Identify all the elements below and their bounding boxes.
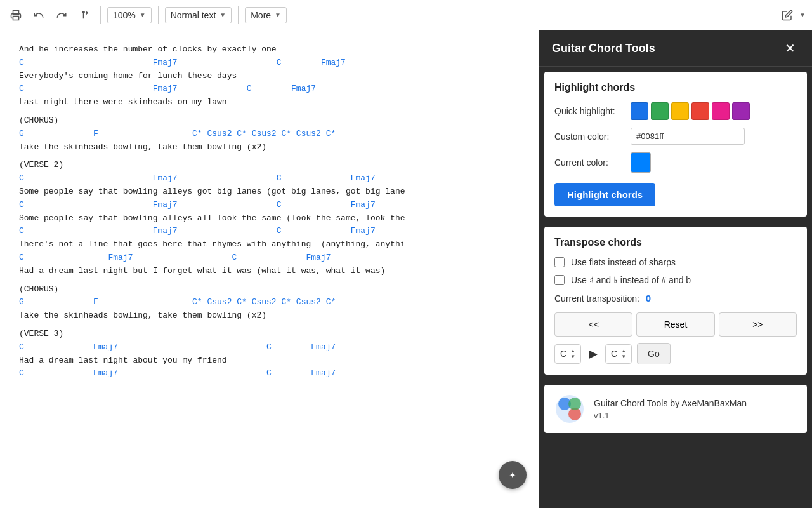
document-line: And he increases the number of clocks by… (19, 43, 520, 57)
transposition-value: 0 (646, 293, 651, 304)
document-line: C Fmaj7 C Fmaj7 (19, 251, 520, 265)
color-swatches (631, 102, 750, 120)
panel-footer: Guitar Chord Tools by AxeManBaxMan v1.1 (544, 385, 807, 433)
print-button[interactable] (6, 7, 25, 23)
text-style-dropdown[interactable]: Normal text ▼ (165, 7, 232, 23)
document-line: G F C* Csus2 C* Csus2 C* Csus2 C* (19, 128, 520, 141)
svg-point-2 (556, 395, 584, 423)
document-line (19, 278, 520, 283)
transpose-next-button[interactable]: >> (719, 312, 797, 337)
right-panel: Guitar Chord Tools ✕ Highlight chords Qu… (539, 30, 812, 508)
document-line: (VERSE 3) (19, 328, 520, 341)
document-line: C Fmaj7 C Fmaj7 (19, 341, 520, 354)
transpose-prev-button[interactable]: << (554, 312, 632, 337)
highlight-section: Highlight chords Quick highlight: Custom… (544, 72, 807, 217)
document-line (19, 323, 520, 328)
panel-header: Guitar Chord Tools ✕ (539, 30, 812, 67)
from-key-up[interactable]: ▲ (570, 349, 575, 354)
paint-format-button[interactable] (75, 7, 94, 23)
color-swatch-yellow[interactable] (671, 102, 689, 120)
document-line: Take the skinheads bowling, take them bo… (19, 141, 520, 154)
document-line: (CHORUS) (19, 283, 520, 297)
plugin-version: v1.1 (594, 411, 747, 420)
use-flats-checkbox[interactable] (554, 257, 565, 267)
quick-highlight-row: Quick highlight: (554, 102, 797, 120)
text-style-caret: ▼ (219, 11, 226, 18)
document-line: Some people say that bowling alleys all … (19, 212, 520, 225)
transpose-reset-button[interactable]: Reset (636, 312, 714, 337)
document-line: Had a dream last night but I forget what… (19, 265, 520, 278)
document-line: C Fmaj7 C Fmaj7 (19, 367, 520, 380)
document-line: Last night there were skinheads on my la… (19, 96, 520, 109)
zoom-dropdown[interactable]: 100% ▼ (107, 7, 152, 23)
color-swatch-red[interactable] (691, 102, 709, 120)
document-lines: And he increases the number of clocks by… (19, 43, 520, 380)
document-area[interactable]: And he increases the number of clocks by… (0, 30, 539, 508)
to-key-value: C (611, 349, 617, 359)
quick-highlight-label: Quick highlight: (554, 106, 624, 116)
text-style-label: Normal text (171, 10, 216, 20)
document-line: Some people say that bowling alleys got … (19, 185, 520, 199)
use-sharp-row: Use ♯ and ♭ instead of # and b (554, 275, 797, 285)
divider-2 (158, 6, 159, 24)
transposition-row: Current transposition: 0 (554, 293, 797, 304)
document-line: (VERSE 2) (19, 159, 520, 172)
main-area: And he increases the number of clocks by… (0, 30, 812, 508)
from-key-arrows: ▲ ▼ (570, 349, 575, 359)
divider-3 (238, 6, 239, 24)
current-color-label: Current color: (554, 157, 624, 168)
document-line: C Fmaj7 C Fmaj7 (19, 172, 520, 185)
svg-point-5 (568, 398, 581, 410)
color-swatch-green[interactable] (651, 102, 669, 120)
play-button[interactable]: ▶ (586, 344, 600, 363)
document-line: C Fmaj7 C Fmaj7 (19, 225, 520, 238)
document-line (19, 154, 520, 159)
more-dropdown[interactable]: More ▼ (245, 7, 287, 23)
custom-color-row: Custom color: (554, 128, 797, 145)
use-sharp-label: Use ♯ and ♭ instead of # and b (571, 275, 691, 285)
use-flats-row: Use flats instead of sharps (554, 257, 797, 267)
close-button[interactable]: ✕ (781, 39, 799, 57)
redo-button[interactable] (52, 7, 71, 23)
to-key-down[interactable]: ▼ (621, 354, 626, 359)
current-color-box (631, 152, 651, 173)
use-flats-label: Use flats instead of sharps (571, 257, 676, 267)
plugin-name: Guitar Chord Tools by AxeManBaxMan (594, 398, 747, 408)
divider-1 (100, 6, 101, 24)
document-line: Take the skinheads bowling, take them bo… (19, 309, 520, 323)
fab-button[interactable]: ✦ (499, 461, 527, 489)
key-selection-row: C ▲ ▼ ▶ C ▲ ▼ Go (554, 343, 797, 364)
zoom-caret: ▼ (140, 11, 146, 18)
to-key-up[interactable]: ▲ (621, 349, 626, 354)
from-key-down[interactable]: ▼ (570, 354, 575, 359)
current-color-row: Current color: (554, 152, 797, 173)
document-line: Everybody's coming home for lunch these … (19, 70, 520, 83)
transposition-label: Current transposition: (554, 293, 639, 304)
plugin-info: Guitar Chord Tools by AxeManBaxMan v1.1 (594, 398, 747, 420)
plugin-icon (554, 394, 585, 424)
color-swatch-purple[interactable] (732, 102, 750, 120)
pen-caret: ▼ (799, 11, 806, 18)
use-sharp-checkbox[interactable] (554, 275, 565, 285)
custom-color-input[interactable] (631, 128, 745, 145)
transpose-buttons-row: << Reset >> (554, 312, 797, 337)
document-line: There's not a line that goes here that r… (19, 238, 520, 251)
transpose-section-title: Transpose chords (554, 237, 797, 248)
to-key-arrows: ▲ ▼ (621, 349, 626, 359)
to-key-wrap: C ▲ ▼ (605, 344, 632, 364)
go-button[interactable]: Go (637, 343, 671, 364)
color-swatch-blue[interactable] (631, 102, 648, 120)
color-swatch-pink[interactable] (712, 102, 730, 120)
panel-title: Guitar Chord Tools (552, 42, 655, 55)
highlight-chords-button[interactable]: Highlight chords (554, 183, 655, 206)
document-line: C Fmaj7 C Fmaj7 (19, 199, 520, 212)
custom-color-label: Custom color: (554, 131, 624, 142)
document-line: G F C* Csus2 C* Csus2 C* Csus2 C* (19, 296, 520, 309)
document-line: C Fmaj7 C Fmaj7 (19, 57, 520, 70)
transpose-section: Transpose chords Use flats instead of sh… (544, 227, 807, 375)
from-key-value: C (560, 349, 566, 359)
toolbar: 100% ▼ Normal text ▼ More ▼ ▼ (0, 0, 812, 30)
undo-button[interactable] (29, 7, 48, 23)
more-label: More (251, 10, 271, 20)
pen-button[interactable] (778, 7, 797, 23)
